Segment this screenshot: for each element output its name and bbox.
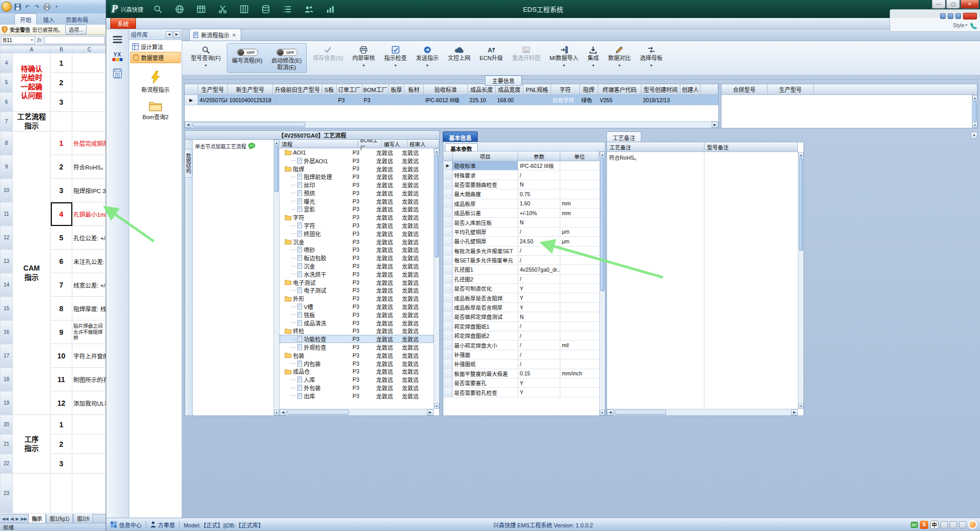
column-header[interactable]: 终端客户代码 xyxy=(598,84,641,95)
tree-row[interactable]: 铣板P3龙敦远龙敦远 xyxy=(280,311,434,319)
dropdown-caret-icon[interactable]: ▾ xyxy=(363,63,365,68)
param-row[interactable]: 最大翘曲度0.75 xyxy=(443,189,599,199)
row-selector[interactable] xyxy=(443,331,453,340)
scrollbar-thumb[interactable] xyxy=(600,158,604,291)
tree-node[interactable]: 外层AOI1 xyxy=(280,157,352,165)
excel-cell-c[interactable]: 未注孔公差: 小 xyxy=(72,250,106,273)
vertical-scrollbar[interactable]: ▲ ▼ xyxy=(972,95,977,128)
print-icon[interactable] xyxy=(43,3,51,11)
param-row[interactable]: 特殊要求/ xyxy=(443,170,599,180)
param-value[interactable]: N xyxy=(518,218,560,226)
column-header[interactable]: 新生产型号 xyxy=(228,84,273,95)
ribbon-tab-page-layout[interactable]: 页面布局 xyxy=(61,14,93,25)
param-item[interactable]: 孔径图1 xyxy=(453,265,518,274)
scroll-up-icon[interactable]: ▲ xyxy=(600,151,605,157)
param-row[interactable]: 是否入库前压板N xyxy=(443,218,599,227)
row-selector[interactable] xyxy=(443,227,453,236)
office-button[interactable] xyxy=(2,2,12,12)
process-remarks-text[interactable]: 符合RoHS。 xyxy=(607,152,704,409)
horizontal-scrollbar[interactable]: ◀ ▶ xyxy=(185,121,718,128)
scissors-icon[interactable] xyxy=(218,5,227,14)
excel-cell-c[interactable]: 添加我司UL和00 xyxy=(72,391,106,415)
tree-node[interactable]: 电子测试 xyxy=(280,286,352,294)
param-item[interactable]: 邦定焊盘图纸1 xyxy=(453,322,518,331)
tree-node[interactable]: 成品仓 xyxy=(280,367,352,375)
tree-row[interactable]: 成品清洗P3龙敦远龙敦远 xyxy=(280,319,434,327)
row-selector[interactable] xyxy=(443,378,453,387)
tab-basic-params[interactable]: 基本参数 xyxy=(445,143,478,151)
column-header[interactable]: 成品宽度 xyxy=(496,84,523,95)
chart-icon[interactable] xyxy=(326,5,335,14)
param-value[interactable]: Y xyxy=(518,388,560,396)
globe-icon[interactable] xyxy=(175,5,184,14)
row-selector[interactable] xyxy=(443,322,453,331)
param-value[interactable]: 1.60 xyxy=(518,199,560,208)
scroll-right-icon[interactable]: ▶ xyxy=(712,122,718,128)
tree-row[interactable]: 内包装P3龙敦远龙敦远 xyxy=(280,359,434,368)
row-selector[interactable] xyxy=(443,369,453,378)
param-item[interactable]: 是否入库前压板 xyxy=(453,218,518,226)
column-header[interactable]: 生产型号 xyxy=(198,84,228,95)
param-value[interactable]: / xyxy=(518,246,560,255)
row-header[interactable]: 15 xyxy=(1,297,13,320)
tree-row[interactable]: 曝光P3龙敦远龙敦远 xyxy=(280,197,434,205)
row-selector[interactable] xyxy=(443,388,453,396)
redo-icon[interactable]: ↷ xyxy=(33,3,41,11)
row-header[interactable]: 7 xyxy=(1,112,13,131)
param-row[interactable]: 补强图纸/ xyxy=(443,359,599,369)
columns-icon[interactable] xyxy=(240,5,249,14)
param-row[interactable]: 孔径图2/ xyxy=(443,275,599,284)
row-header[interactable]: 16 xyxy=(1,320,13,344)
toolbar-button-write-flow[interactable]: OFF编写流程(R) xyxy=(227,44,267,72)
param-item[interactable]: 验收标准 xyxy=(453,161,518,170)
excel-cell-b[interactable]: 2 xyxy=(51,155,72,179)
param-unit[interactable]: μm xyxy=(560,227,599,236)
param-item[interactable]: 孔径图2 xyxy=(453,275,518,283)
param-unit[interactable] xyxy=(560,350,599,359)
row-selector[interactable] xyxy=(443,199,453,208)
param-unit[interactable]: mm xyxy=(560,208,599,217)
param-item[interactable]: 是否可制造优化 xyxy=(453,284,518,293)
row-selector[interactable] xyxy=(443,312,453,321)
scroll-down-icon[interactable]: ▼ xyxy=(600,410,605,415)
flow-hint-pane[interactable]: 单击节点加载工艺流程 xyxy=(193,140,274,415)
tree-row[interactable]: 字符P3龙敦远龙敦远 xyxy=(280,213,434,221)
tree-node[interactable]: 板边包胶 xyxy=(280,254,352,262)
toolbar-button-mi-data-import[interactable]: MI数据导入▾ xyxy=(545,41,583,75)
main-info-cell[interactable] xyxy=(389,95,404,105)
dropdown-caret-icon[interactable]: ▾ xyxy=(618,63,620,68)
first-sheet-icon[interactable]: ◀◀ xyxy=(1,517,9,521)
param-unit[interactable] xyxy=(560,161,599,170)
tree-node[interactable]: 成品清洗 xyxy=(280,319,352,327)
param-unit[interactable] xyxy=(560,378,599,387)
param-value[interactable]: / xyxy=(518,322,560,331)
param-unit[interactable] xyxy=(560,256,599,264)
param-value[interactable]: Y xyxy=(518,303,560,312)
param-row[interactable]: 是否可制造优化Y xyxy=(443,284,599,293)
param-value[interactable]: / xyxy=(518,359,560,368)
param-unit[interactable] xyxy=(560,180,599,189)
excel-cell-c[interactable]: 符合RoHS。 xyxy=(72,155,106,179)
row-selector[interactable] xyxy=(443,246,453,255)
excel-cell-b[interactable]: 3 xyxy=(51,454,72,473)
column-header[interactable]: 阻焊 xyxy=(580,84,598,95)
select-all-corner[interactable] xyxy=(1,46,13,53)
param-value[interactable]: Y xyxy=(518,293,560,302)
scrollbar-thumb[interactable] xyxy=(275,146,279,192)
tree-node[interactable]: 喷砂 xyxy=(280,245,352,254)
excel-cell-b[interactable]: 10 xyxy=(51,344,72,368)
tree-row[interactable]: 电子测试P3龙敦远龙敦远 xyxy=(280,278,434,287)
param-unit[interactable]: mm xyxy=(560,199,599,208)
vertical-scrollbar[interactable]: ▲ ▼ xyxy=(434,148,439,409)
param-row[interactable]: 是否需要翘曲检查N xyxy=(443,180,599,189)
param-row[interactable]: 是否做邦定焊盘测试N xyxy=(443,312,599,321)
param-item[interactable]: 板面平整度的最大极差 xyxy=(453,369,518,378)
scrollbar-thumb[interactable] xyxy=(287,410,349,415)
row-header[interactable]: 22 xyxy=(1,454,13,473)
remnant-red-button[interactable] xyxy=(963,13,977,20)
tree-row[interactable]: 阻焊P3龙敦远龙敦远 xyxy=(280,165,434,173)
tree-node[interactable]: 出库 xyxy=(280,392,352,400)
scroll-left-icon[interactable]: ◀ xyxy=(185,122,191,128)
toolbar-button-ecn-upgrade[interactable]: AECN升级 xyxy=(475,41,507,75)
library-item[interactable]: 设计算法 xyxy=(130,42,181,52)
